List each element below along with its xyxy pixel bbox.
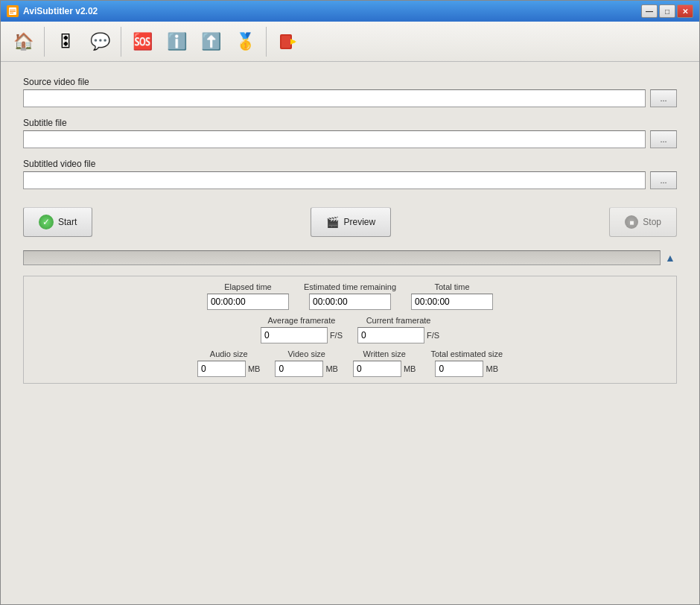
written-size-value[interactable] bbox=[353, 361, 401, 377]
progress-row: ▲ bbox=[23, 250, 677, 265]
subtitle-file-group: Subtitle file ... bbox=[23, 118, 677, 148]
avg-framerate-with-unit: F/S bbox=[261, 327, 343, 343]
subtitled-video-browse-button[interactable]: ... bbox=[650, 171, 677, 189]
chat-button[interactable]: 💬 bbox=[83, 25, 116, 58]
preview-button[interactable]: 🎬 Preview bbox=[311, 207, 391, 237]
total-est-size-value[interactable] bbox=[435, 361, 483, 377]
video-size-with-unit: MB bbox=[275, 361, 338, 377]
total-est-size-with-unit: MB bbox=[435, 361, 498, 377]
start-button[interactable]: ✓ Start bbox=[23, 207, 92, 237]
estimated-time-value[interactable] bbox=[309, 294, 391, 310]
source-video-label: Source video file bbox=[23, 77, 677, 87]
toggle-stats-button[interactable]: ▲ bbox=[664, 251, 677, 265]
subtitle-file-input[interactable] bbox=[23, 130, 646, 148]
elapsed-time-value[interactable] bbox=[207, 294, 289, 310]
title-bar: AviSubtitler v2.02 — □ ✕ bbox=[1, 1, 699, 22]
start-label: Start bbox=[58, 217, 77, 227]
avg-framerate-label: Average framerate bbox=[267, 316, 335, 325]
subtitled-video-label: Subtitled video file bbox=[23, 159, 677, 169]
total-est-size-group: Total estimated size MB bbox=[430, 349, 503, 377]
help-button[interactable]: 🆘 bbox=[126, 25, 159, 58]
subtitle-file-browse-button[interactable]: ... bbox=[650, 130, 677, 148]
written-size-unit: MB bbox=[404, 364, 416, 373]
svg-rect-2 bbox=[10, 11, 16, 12]
cur-framerate-with-unit: F/S bbox=[357, 327, 439, 343]
window-controls: — □ ✕ bbox=[641, 4, 693, 18]
window-title: AviSubtitler v2.02 bbox=[23, 6, 641, 16]
total-time-value[interactable] bbox=[411, 294, 493, 310]
estimated-time-label: Estimated time remaining bbox=[304, 282, 396, 291]
video-size-label: Video size bbox=[287, 349, 325, 358]
app-icon bbox=[7, 5, 19, 17]
toolbar-separator-2 bbox=[121, 27, 121, 57]
stats-area: Elapsed time Estimated time remaining To… bbox=[23, 276, 677, 384]
written-size-with-unit: MB bbox=[353, 361, 416, 377]
toolbar-separator-1 bbox=[44, 27, 45, 57]
source-video-group: Source video file ... bbox=[23, 77, 677, 107]
audio-size-with-unit: MB bbox=[197, 361, 261, 377]
exit-button[interactable] bbox=[271, 25, 304, 58]
source-video-row: ... bbox=[23, 89, 677, 107]
main-window: AviSubtitler v2.02 — □ ✕ 🏠 🎛 💬 🆘 ℹ️ ⬆️ 🥇 bbox=[0, 0, 700, 605]
cur-framerate-value[interactable] bbox=[357, 327, 424, 343]
preview-label: Preview bbox=[343, 217, 375, 227]
source-video-input[interactable] bbox=[23, 89, 646, 107]
audio-size-unit: MB bbox=[248, 364, 261, 373]
subtitle-file-label: Subtitle file bbox=[23, 118, 677, 128]
framerate-stats-row: Average framerate F/S Current framerate … bbox=[30, 316, 670, 343]
audio-size-value[interactable] bbox=[197, 361, 246, 377]
estimated-time-group: Estimated time remaining bbox=[304, 282, 396, 310]
total-est-size-label: Total estimated size bbox=[430, 349, 503, 358]
cur-framerate-unit: F/S bbox=[427, 331, 439, 340]
avg-framerate-value[interactable] bbox=[261, 327, 328, 343]
toolbar-separator-3 bbox=[266, 27, 267, 57]
total-time-group: Total time bbox=[411, 282, 493, 310]
settings-button[interactable]: 🎛 bbox=[49, 25, 82, 58]
audio-size-label: Audio size bbox=[210, 349, 248, 358]
maximize-button[interactable]: □ bbox=[659, 4, 675, 18]
cur-framerate-group: Current framerate F/S bbox=[357, 316, 439, 343]
elapsed-time-label: Elapsed time bbox=[224, 282, 272, 291]
video-size-group: Video size MB bbox=[275, 349, 338, 377]
preview-icon: 🎬 bbox=[326, 216, 339, 228]
home-button[interactable]: 🏠 bbox=[7, 25, 39, 58]
video-size-unit: MB bbox=[325, 364, 338, 373]
avg-framerate-unit: F/S bbox=[330, 331, 343, 340]
main-content: Source video file ... Subtitle file ... … bbox=[1, 62, 699, 604]
action-buttons: ✓ Start 🎬 Preview ■ Stop bbox=[23, 207, 677, 237]
svg-rect-7 bbox=[290, 40, 295, 42]
total-est-size-unit: MB bbox=[486, 364, 498, 373]
source-video-browse-button[interactable]: ... bbox=[650, 89, 677, 107]
minimize-button[interactable]: — bbox=[641, 4, 658, 18]
audio-size-group: Audio size MB bbox=[197, 349, 261, 377]
subtitled-video-group: Subtitled video file ... bbox=[23, 159, 677, 189]
svg-rect-5 bbox=[281, 36, 290, 48]
avg-framerate-group: Average framerate F/S bbox=[261, 316, 343, 343]
stop-label: Stop bbox=[643, 217, 661, 227]
close-button[interactable]: ✕ bbox=[677, 4, 693, 18]
medal-button[interactable]: 🥇 bbox=[229, 25, 261, 58]
elapsed-time-group: Elapsed time bbox=[207, 282, 289, 310]
stop-button[interactable]: ■ Stop bbox=[609, 207, 677, 237]
video-size-value[interactable] bbox=[275, 361, 323, 377]
cur-framerate-label: Current framerate bbox=[366, 316, 431, 325]
svg-rect-1 bbox=[10, 10, 16, 10]
written-size-group: Written size MB bbox=[353, 349, 416, 377]
start-icon: ✓ bbox=[39, 215, 54, 229]
size-stats-row: Audio size MB Video size MB Written size bbox=[30, 349, 670, 377]
time-stats-row: Elapsed time Estimated time remaining To… bbox=[30, 282, 670, 310]
subtitled-video-row: ... bbox=[23, 171, 677, 189]
svg-rect-3 bbox=[10, 13, 13, 13]
stop-icon: ■ bbox=[625, 215, 638, 229]
info-button[interactable]: ℹ️ bbox=[160, 25, 193, 58]
upload-button[interactable]: ⬆️ bbox=[194, 25, 227, 58]
progress-bar-container bbox=[23, 250, 661, 265]
subtitle-file-row: ... bbox=[23, 130, 677, 148]
toolbar: 🏠 🎛 💬 🆘 ℹ️ ⬆️ 🥇 bbox=[1, 22, 699, 62]
total-time-label: Total time bbox=[435, 282, 470, 291]
subtitled-video-input[interactable] bbox=[23, 171, 646, 189]
written-size-label: Written size bbox=[363, 349, 406, 358]
